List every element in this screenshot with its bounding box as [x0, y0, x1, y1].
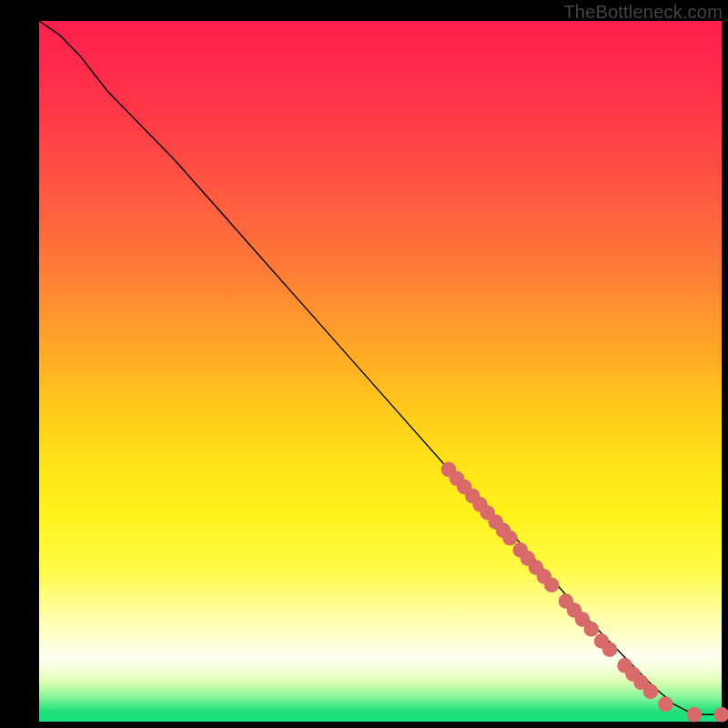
data-marker — [502, 531, 518, 546]
watermark-label: TheBottleneck.com — [563, 2, 723, 23]
data-marker — [658, 697, 673, 713]
data-marker — [544, 578, 560, 593]
data-marker — [643, 684, 659, 700]
data-marker — [584, 622, 600, 637]
data-marker — [687, 707, 703, 723]
chart-svg — [0, 0, 728, 728]
chart-frame: TheBottleneck.com — [0, 0, 728, 728]
data-marker — [602, 642, 618, 657]
